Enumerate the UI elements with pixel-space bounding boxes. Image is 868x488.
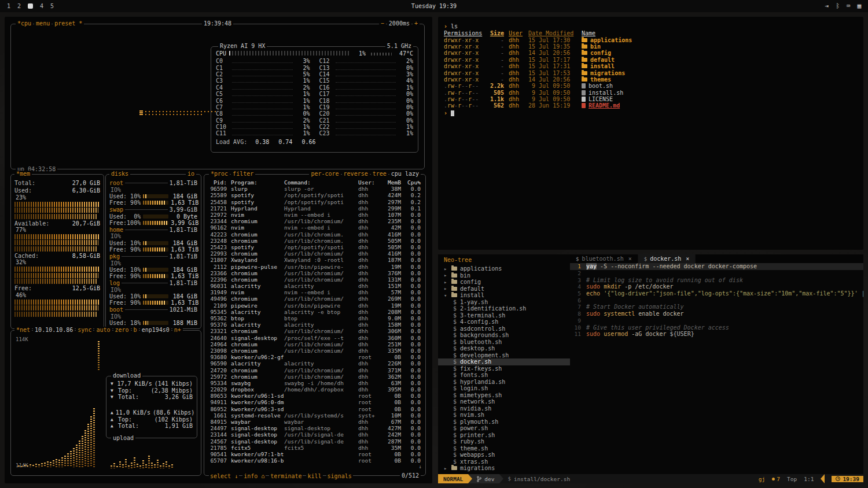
process-row[interactable]: 23321chromium/usr/lib/chromium/dhh306M0.…	[205, 328, 424, 334]
tree-button[interactable]: tree	[371, 171, 388, 178]
net-button-auto[interactable]: auto	[94, 327, 112, 334]
process-row[interactable]: 24640signal-desktop/proc/self/exe --tdhh…	[205, 335, 424, 341]
workspace-5[interactable]: 5	[50, 3, 54, 9]
process-row[interactable]: 90541kworker/u97:1-btroot0B0.0	[205, 451, 424, 457]
process-row[interactable]: 24720chromium/usr/lib/chromium/dhh371M0.…	[205, 367, 424, 373]
process-row[interactable]: 2112pipewire-pulse/usr/bin/pipewire-dhh1…	[205, 263, 424, 269]
tree-file-backgrounds.sh[interactable]: $backgrounds.sh	[438, 332, 570, 339]
io-mode-button[interactable]: io	[186, 171, 196, 178]
tree-file-nvim.sh[interactable]: $nvim.sh	[438, 412, 570, 419]
tab-docker.sh[interactable]: $docker.sh×	[638, 254, 696, 263]
tree-file-mimetypes.sh[interactable]: $mimetypes.sh	[438, 392, 570, 399]
process-row[interactable]: 93680kworker/u96:2-gfroot0B0.0	[205, 354, 424, 360]
tree-file-xtras.sh[interactable]: $xtras.sh	[438, 459, 570, 465]
process-row[interactable]: 95362btopbtopdhh9.0M0.0	[205, 315, 424, 321]
tree-file-fonts.sh[interactable]: $fonts.sh	[438, 372, 570, 379]
col-program[interactable]: Program:	[231, 179, 284, 186]
process-row[interactable]: 25458spotify/opt/spotify/spotidhh297M0.2	[205, 199, 424, 205]
interval-decrease-button[interactable]: −	[379, 20, 386, 27]
process-row[interactable]: 94911kworker/u96:0-dmroot0B0.0	[205, 399, 424, 405]
process-row[interactable]: 84915waybarwaybardhh67M0.0	[205, 419, 424, 425]
process-row[interactable]: 24964chromium/usr/lib/chromium/dhh251M0.…	[205, 341, 424, 347]
process-row[interactable]: 2109pipewire/usr/bin/pipewiredhh19M0.0	[205, 302, 424, 309]
process-row[interactable]: 31949nvimnvim --embed idhh57M0.0	[205, 289, 424, 295]
process-row[interactable]: 49496chromium/usr/lib/chromium/dhh269M0.…	[205, 295, 424, 302]
process-row[interactable]: 22396chromium/usr/lib/chromium/dhh131M0.…	[205, 276, 424, 283]
process-row[interactable]: 1661systemd-resolve/usr/lib/systemd/ssys…	[205, 412, 424, 419]
process-row[interactable]: 86952kworker/u96:3-sdroot0B0.0	[205, 406, 424, 412]
preset-button[interactable]: preset *	[53, 20, 84, 27]
process-row[interactable]: 95334swaybgswaybg -i /home/dhdhh63M0.0	[205, 380, 424, 386]
process-row[interactable]: 21807XwaylandXwayland :0 -rootldhh187M0.…	[205, 257, 424, 263]
tree-dir-default[interactable]: ▸default	[438, 286, 570, 293]
tree-file-2-identification.sh[interactable]: $2-identification.sh	[438, 305, 570, 312]
tree-file-1-yay.sh[interactable]: $1-yay.sh	[438, 299, 570, 306]
proc-action-info[interactable]: info ⌂	[242, 473, 266, 479]
tree-file-development.sh[interactable]: $development.sh	[438, 352, 570, 359]
tree-file-4-config.sh[interactable]: $4-config.sh	[438, 319, 570, 326]
keyboard-icon[interactable]: ⌨	[847, 2, 851, 10]
process-row[interactable]: 24567signal-desktop/usr/lib/signal-dedhh…	[205, 438, 424, 445]
tree-file-fix-fkeys.sh[interactable]: $fix-fkeys.sh	[438, 365, 570, 372]
process-row[interactable]: 23248chromium/usr/lib/chromium.dhh505M0.…	[205, 238, 424, 244]
tree-file-login.sh[interactable]: $login.sh	[438, 385, 570, 392]
col-user[interactable]: User:	[358, 179, 380, 186]
workspace-2[interactable]: 2	[17, 3, 21, 9]
process-row[interactable]: 96590alacrittyalacrittydhh226M0.0	[205, 360, 424, 367]
tree-file-printer.sh[interactable]: $printer.sh	[438, 432, 570, 439]
tree-file-nvidia.sh[interactable]: $nvidia.sh	[438, 405, 570, 412]
tab-bluetooth.sh[interactable]: $bluetooth.sh×	[570, 254, 638, 263]
process-row[interactable]: 25972chromium/usr/lib/chromium/dhh362M0.…	[205, 374, 424, 380]
code-editor[interactable]: 1yay -S --noconfirm --needed docker dock…	[570, 263, 863, 474]
reverse-button[interactable]: reverse	[342, 171, 370, 178]
tree-file-ruby.sh[interactable]: $ruby.sh	[438, 438, 570, 445]
net-button-zero[interactable]: zero	[113, 327, 131, 334]
prompt-line-current[interactable]: ›	[444, 110, 858, 117]
tree-dir-migrations[interactable]: ▸migrations	[438, 465, 570, 472]
process-row[interactable]: 21785fcitx5fcitx5dhh35M0.0	[205, 445, 424, 451]
process-row[interactable]: 96031alacrittyalacrittydhh151M0.0	[205, 283, 424, 289]
tree-dir-install[interactable]: ▾install	[438, 292, 570, 299]
tree-dir-bin[interactable]: ▸bin	[438, 272, 570, 279]
tree-file-3-terminal.sh[interactable]: $3-terminal.sh	[438, 312, 570, 319]
bluetooth-icon[interactable]: ᛒ	[836, 2, 840, 10]
scroll-down-icon[interactable]: ↓	[419, 464, 422, 469]
process-row[interactable]: 22972nvimnvim --embed idhh107M0.0	[205, 212, 424, 218]
process-row[interactable]: 23344chromium/usr/lib/chromium/dhh235M0.…	[205, 218, 424, 224]
tree-file-asdcontrol.sh[interactable]: $asdcontrol.sh	[438, 326, 570, 332]
close-icon[interactable]: ×	[686, 256, 689, 262]
tree-dir-applications[interactable]: ▸applications	[438, 265, 570, 272]
tree-file-power.sh[interactable]: $power.sh	[438, 425, 570, 432]
process-row[interactable]: 23366chromium/usr/lib/chromium/dhh376M0.…	[205, 270, 424, 276]
process-row[interactable]: 23098chromium/usr/lib/chromium/dhh335M0.…	[205, 347, 424, 354]
process-row[interactable]: 96162nvimnvim --embed idhh42M0.0	[205, 224, 424, 231]
tree-file-webapps.sh[interactable]: $webapps.sh	[438, 452, 570, 459]
tree-file-hyprlandia.sh[interactable]: $hyprlandia.sh	[438, 379, 570, 386]
tree-dir-config[interactable]: ▸config	[438, 279, 570, 286]
net-button-sync[interactable]: sync	[76, 327, 93, 334]
net-prev-button[interactable]: b	[132, 327, 139, 334]
col-cpu[interactable]: Cpu%	[401, 179, 421, 186]
process-row[interactable]: 21721HyprlandHyprlanddhh299M0.1	[205, 205, 424, 212]
workspace-4[interactable]: 4	[40, 3, 43, 9]
proc-action-terminate[interactable]: terminate	[269, 473, 303, 479]
process-row[interactable]: 25589spotify/opt/spotify/spotidhh424M0.2	[205, 192, 424, 198]
process-row[interactable]: 23144signal-desktop/usr/lib/signal-dedhh…	[205, 431, 424, 438]
proc-action-kill[interactable]: kill	[306, 473, 322, 479]
tree-file-plymouth.sh[interactable]: $plymouth.sh	[438, 419, 570, 426]
process-row[interactable]: 42223chromium/usr/lib/chromium.dhh416M0.…	[205, 231, 424, 238]
process-row[interactable]: 95345alacrittyalacritty -e btopdhh208M0.…	[205, 309, 424, 315]
process-row[interactable]: 89653kworker/u96:1-sdroot0B0.0	[205, 393, 424, 399]
grid-icon[interactable]: ▦	[857, 2, 861, 10]
process-row[interactable]: 96599slurpslurp -ordhh38M0.0	[205, 186, 424, 192]
tree-file-bluetooth.sh[interactable]: $bluetooth.sh	[438, 339, 570, 346]
process-row[interactable]: 22993chromium/usr/lib/chromium/dhh416M0.…	[205, 250, 424, 257]
sort-mode-button[interactable]: cpu lazy	[389, 171, 421, 178]
col-command[interactable]: Command:	[284, 179, 358, 186]
workspace-3[interactable]	[28, 3, 33, 9]
process-row[interactable]: 65707kworker/u98:16-broot0B0.0	[205, 457, 424, 464]
logout-icon[interactable]: ⇥	[825, 2, 829, 10]
tree-file-network.sh[interactable]: $network.sh	[438, 398, 570, 405]
per-core-button[interactable]: per-core	[309, 171, 340, 178]
filter-button[interactable]: filter	[231, 171, 255, 178]
